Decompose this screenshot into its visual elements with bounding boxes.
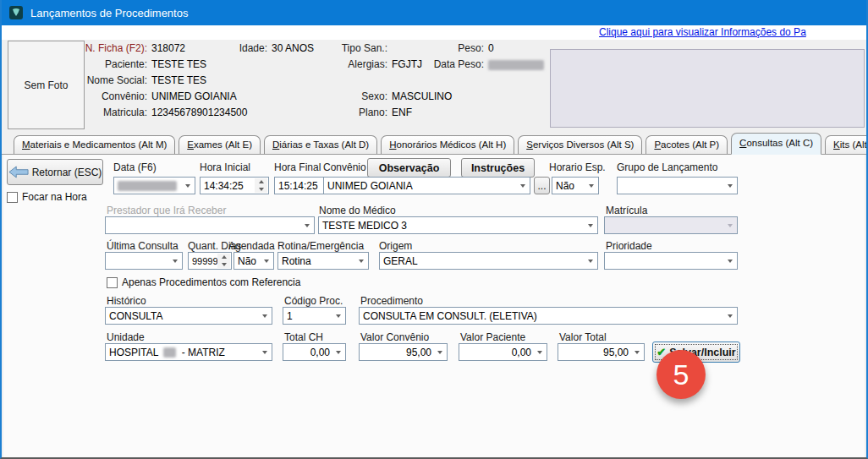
- patient-field: Plano:ENF: [332, 107, 412, 118]
- chevron-down-icon: [433, 344, 447, 360]
- chevron-down-icon: [332, 344, 345, 360]
- apenas-referencia-checkbox[interactable]: Apenas Procedimentos com Referencia: [107, 276, 300, 288]
- patient-field: Tipo San.:: [332, 42, 392, 54]
- quant-dias-input[interactable]: 999999: [188, 252, 232, 270]
- notes-panel: [550, 49, 865, 128]
- patient-field: Nome Social:TESTE TES: [81, 74, 206, 86]
- grupo-lancamento-select[interactable]: [617, 177, 738, 194]
- patient-field: Idade:30 ANOS: [237, 42, 314, 54]
- chevron-down-icon: [533, 344, 547, 360]
- spinner-buttons[interactable]: [217, 254, 230, 268]
- horario-esp-select[interactable]: Não: [552, 177, 599, 194]
- ellipsis-label: ...: [537, 180, 546, 192]
- focar-na-hora-checkbox[interactable]: Focar na Hora: [7, 191, 87, 203]
- grupo-lancamento-label: Grupo de Lançamento: [617, 161, 717, 173]
- chevron-down-icon: [723, 178, 737, 194]
- titlebar: Lançamentos de Procedimentos: [2, 0, 866, 25]
- chevron-down-icon: [584, 253, 597, 269]
- prioridade-select[interactable]: [604, 252, 738, 270]
- prestador-select[interactable]: [105, 216, 315, 234]
- rotina-emergencia-label: Rotina/Emergência: [277, 240, 364, 252]
- valor-total-select[interactable]: 95,00: [558, 343, 645, 361]
- prestador-label: Prestador que Irá Receber: [107, 205, 226, 216]
- ellipsis-button[interactable]: ...: [534, 177, 550, 194]
- hora-inicial-input[interactable]: 14:34:25: [200, 177, 269, 194]
- unidade-select[interactable]: HOSPITAL - MATRIZ: [105, 343, 272, 361]
- patient-field: Data Peso:: [425, 58, 544, 70]
- matricula-label: Matrícula: [606, 205, 647, 216]
- data-f6-label: Data (F6): [113, 161, 157, 173]
- observacao-button[interactable]: Observação: [367, 158, 451, 178]
- arrow-left-icon: [8, 166, 29, 178]
- convenio-select[interactable]: UNIMED GOIANIA: [323, 177, 530, 194]
- ultima-consulta-select[interactable]: [105, 252, 183, 270]
- retornar-label: Retornar (ESC): [32, 167, 102, 178]
- apenas-referencia-label: Apenas Procedimentos com Referencia: [122, 276, 300, 288]
- focar-na-hora-label: Focar na Hora: [22, 191, 87, 203]
- patient-field: Alergias:FGJTJ: [332, 58, 422, 70]
- instrucoes-label: Instruções: [471, 162, 525, 174]
- chevron-down-icon: [332, 308, 345, 324]
- app-window: Lançamentos de Procedimentos Clique aqui…: [0, 0, 868, 459]
- checkbox-box[interactable]: [107, 277, 118, 288]
- unidade-value-suffix: - MATRIZ: [182, 347, 225, 358]
- retornar-button[interactable]: Retornar (ESC): [7, 159, 103, 185]
- ultima-consulta-label: Última Consulta: [107, 240, 179, 252]
- patient-info-link[interactable]: Clique aqui para visualizar Informações …: [599, 26, 806, 38]
- matricula-select: [604, 216, 738, 234]
- chevron-down-icon: [516, 178, 530, 194]
- chevron-down-icon: [354, 253, 368, 269]
- photo-placeholder: Sem Foto: [8, 41, 85, 129]
- tab-consultas[interactable]: Consultas (Alt C): [731, 133, 821, 155]
- form-panel: Retornar (ESC) Focar na Hora Data (F6) H…: [3, 155, 865, 457]
- nome-medico-label: Nome do Médico: [319, 205, 396, 216]
- chevron-down-icon: [300, 217, 314, 233]
- agendada-select[interactable]: Não: [233, 252, 274, 270]
- origem-select[interactable]: GERAL: [379, 252, 598, 270]
- total-ch-select[interactable]: 0,00: [283, 343, 346, 361]
- window-title: Lançamentos de Procedimentos: [30, 7, 188, 19]
- nome-medico-select[interactable]: TESTE MEDICO 3: [318, 216, 598, 234]
- instrucoes-button[interactable]: Instruções: [461, 158, 535, 178]
- patient-field: Convênio:UNIMED GOIANIA: [81, 90, 237, 102]
- valor-convenio-label: Valor Convênio: [360, 331, 429, 343]
- unidade-value-prefix: HOSPITAL: [109, 347, 158, 358]
- photo-placeholder-label: Sem Foto: [24, 79, 68, 91]
- spinner-buttons[interactable]: [255, 178, 267, 193]
- historico-label: Histórico: [107, 295, 146, 307]
- hora-final-label: Hora Final: [274, 161, 321, 173]
- horario-esp-label: Horario Esp.: [549, 161, 606, 173]
- chevron-down-icon: [260, 253, 273, 269]
- valor-paciente-select[interactable]: 0,00: [459, 343, 547, 361]
- procedimento-select[interactable]: CONSULTA EM CONSULT. (ELETIVA): [359, 307, 738, 325]
- chevron-down-icon: [723, 308, 737, 324]
- patient-field: Peso:0: [425, 42, 494, 54]
- tab-materiais-medicamentos[interactable]: Materiais e Medicamentos (Alt M): [14, 135, 175, 154]
- tab-honorarios-medicos[interactable]: Honorários Médicos (Alt H): [381, 135, 514, 154]
- link-strip: Clique aqui para visualizar Informações …: [2, 25, 866, 40]
- procedimento-label: Procedimento: [360, 295, 423, 307]
- chevron-down-icon: [723, 217, 737, 233]
- tab-kits[interactable]: Kits (Alt K): [825, 135, 868, 154]
- total-ch-label: Total CH: [284, 331, 323, 343]
- data-f6-select[interactable]: [113, 177, 195, 194]
- chevron-down-icon: [630, 344, 644, 360]
- patient-field: Paciente:TESTE TES: [81, 58, 206, 70]
- tab-pacotes[interactable]: Pacotes (Alt P): [646, 135, 728, 154]
- tab-diarias-taxas[interactable]: Diárias e Taxas (Alt D): [264, 135, 377, 154]
- patient-field: Sexo:MASCULINO: [332, 90, 452, 102]
- valor-convenio-select[interactable]: 95,00: [359, 343, 448, 361]
- convenio-label: Convênio: [323, 161, 366, 173]
- rotina-emergencia-select[interactable]: Rotina: [277, 252, 369, 270]
- historico-select[interactable]: CONSULTA: [105, 307, 272, 325]
- codigo-proc-select[interactable]: 1: [283, 307, 346, 325]
- tab-servicos-diversos[interactable]: Serviços Diversos (Alt S): [518, 135, 642, 154]
- checkbox-box[interactable]: [7, 192, 18, 203]
- agendada-label: Agendada: [228, 240, 275, 252]
- badge-number: 5: [673, 358, 689, 391]
- patient-field: Matricula:12345678901234500: [81, 107, 247, 118]
- valor-paciente-label: Valor Paciente: [460, 331, 525, 343]
- tab-exames[interactable]: Exames (Alt E): [179, 135, 261, 154]
- chevron-down-icon: [585, 178, 598, 194]
- chevron-down-icon: [258, 308, 272, 324]
